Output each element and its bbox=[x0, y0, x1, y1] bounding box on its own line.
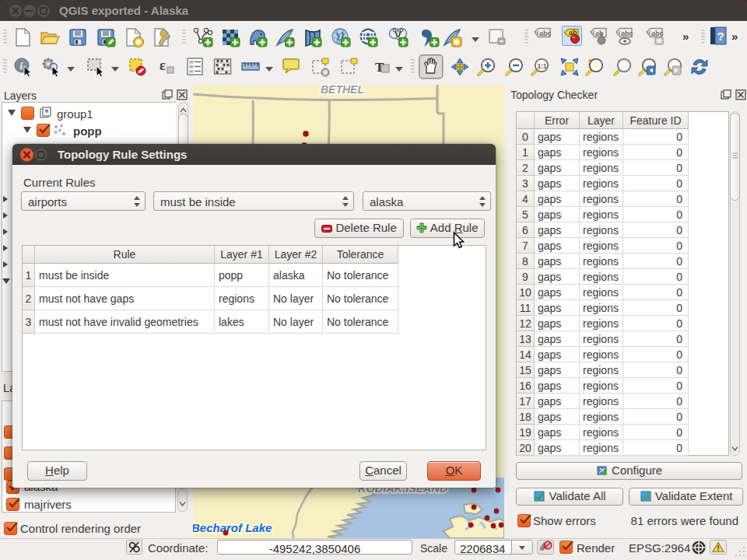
svg-text:abc: abc bbox=[651, 30, 664, 37]
svg-text:abc: abc bbox=[539, 30, 552, 37]
svg-text:»: » bbox=[731, 30, 738, 43]
svg-text:BETHEL: BETHEL bbox=[321, 85, 364, 96]
svg-text:abc: abc bbox=[621, 30, 633, 37]
svg-text:Becharof Lake: Becharof Lake bbox=[193, 521, 272, 534]
svg-text:i: i bbox=[20, 60, 23, 72]
svg-text:ε: ε bbox=[160, 58, 166, 73]
svg-text:T: T bbox=[375, 60, 384, 75]
svg-text:?: ? bbox=[717, 30, 724, 43]
svg-text:1:1: 1:1 bbox=[538, 62, 548, 70]
svg-text:ab: ab bbox=[595, 30, 604, 37]
svg-text:»: » bbox=[682, 30, 689, 43]
